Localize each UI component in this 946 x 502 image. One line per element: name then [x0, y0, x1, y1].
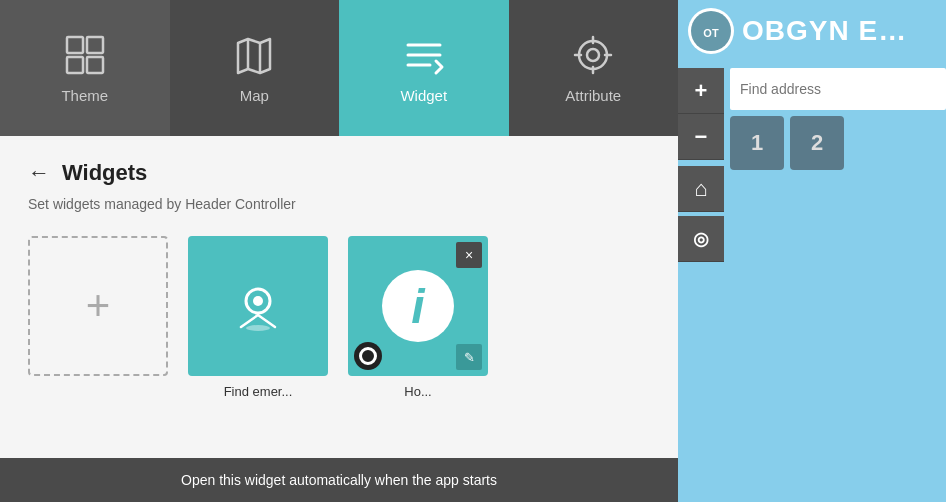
- search-bar: [730, 68, 946, 110]
- widget-thumb-info[interactable]: × i ✎: [348, 236, 488, 376]
- tooltip-bar: Open this widget automatically when the …: [0, 458, 678, 502]
- nav-widget-label: Widget: [400, 87, 447, 104]
- open-circle-icon: [359, 347, 377, 365]
- widget-label-find-emer: Find emer...: [224, 384, 293, 399]
- numbered-tiles: 1 2: [730, 116, 844, 170]
- widget-thumb-find-emer[interactable]: [188, 236, 328, 376]
- svg-rect-2: [67, 57, 83, 73]
- svg-rect-3: [87, 57, 103, 73]
- widget-label-info: Ho...: [404, 384, 431, 399]
- nav-item-theme[interactable]: Theme: [0, 0, 170, 136]
- tile-1-label: 1: [751, 130, 763, 156]
- widget-grid: + Find emer...: [28, 236, 650, 399]
- add-widget-button[interactable]: +: [28, 236, 168, 376]
- app-logo: OT: [688, 8, 734, 54]
- svg-point-17: [246, 325, 270, 331]
- nav-item-map[interactable]: Map: [170, 0, 340, 136]
- tile-2-label: 2: [811, 130, 823, 156]
- map-controls: + − ⌂ ◎: [678, 68, 724, 262]
- page-subtitle: Set widgets managed by Header Controller: [28, 196, 650, 212]
- home-button[interactable]: ⌂: [678, 166, 724, 212]
- widget-edit-button[interactable]: ✎: [456, 344, 482, 370]
- right-panel: OT OBGYN E… + − ⌂ ◎ 1 2: [678, 0, 946, 502]
- close-icon: ×: [465, 247, 473, 263]
- top-nav: Theme Map Widget: [0, 0, 678, 136]
- info-letter: i: [411, 279, 424, 334]
- widget-open-button[interactable]: [354, 342, 382, 370]
- nav-item-widget[interactable]: Widget: [339, 0, 509, 136]
- right-top-bar: OT OBGYN E…: [678, 0, 946, 62]
- page-title: Widgets: [62, 160, 147, 186]
- location-icon: [223, 271, 293, 341]
- content-area: ← Widgets Set widgets managed by Header …: [0, 136, 678, 502]
- widget-card-find-emer: Find emer...: [188, 236, 328, 399]
- info-circle: i: [382, 270, 454, 342]
- svg-point-10: [587, 49, 599, 61]
- zoom-out-icon: −: [695, 124, 708, 150]
- zoom-in-icon: +: [695, 78, 708, 104]
- svg-text:OT: OT: [703, 27, 719, 39]
- widget-card-info: × i ✎ Ho...: [348, 236, 488, 399]
- widget-close-button[interactable]: ×: [456, 242, 482, 268]
- app-title: OBGYN E…: [742, 15, 907, 47]
- nav-item-attribute[interactable]: Attribute: [509, 0, 679, 136]
- nav-attribute-label: Attribute: [565, 87, 621, 104]
- zoom-in-button[interactable]: +: [678, 68, 724, 114]
- zoom-out-button[interactable]: −: [678, 114, 724, 160]
- svg-point-16: [253, 296, 263, 306]
- svg-point-9: [579, 41, 607, 69]
- logo-svg: OT: [691, 11, 731, 51]
- home-icon: ⌂: [694, 176, 707, 202]
- tooltip-text: Open this widget automatically when the …: [181, 472, 497, 488]
- locate-icon: ◎: [693, 228, 709, 250]
- svg-rect-0: [67, 37, 83, 53]
- back-row: ← Widgets: [28, 160, 650, 186]
- svg-rect-1: [87, 37, 103, 53]
- tile-1[interactable]: 1: [730, 116, 784, 170]
- nav-map-label: Map: [240, 87, 269, 104]
- back-button[interactable]: ←: [28, 160, 50, 186]
- add-icon: +: [86, 285, 111, 327]
- edit-icon: ✎: [464, 350, 475, 365]
- locate-button[interactable]: ◎: [678, 216, 724, 262]
- nav-theme-label: Theme: [61, 87, 108, 104]
- left-panel: Theme Map Widget: [0, 0, 678, 502]
- tile-2[interactable]: 2: [790, 116, 844, 170]
- search-input[interactable]: [740, 81, 936, 97]
